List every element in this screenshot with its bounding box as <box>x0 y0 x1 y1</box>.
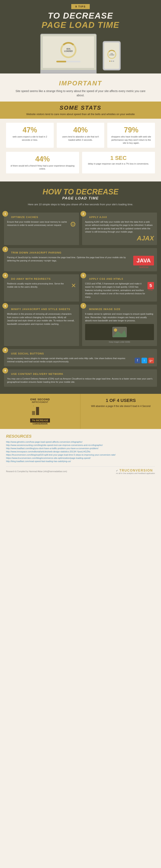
phone-progress-ring: 47% LOADED <box>107 50 116 59</box>
tips-row-6: 9 USE CONTENT DELIVERY NETWORK You may u… <box>4 369 157 387</box>
important-section: IMPORTANT Site speed seems like a strang… <box>0 73 161 101</box>
bottom-stat-1: ONE SECOND IMPROVEMENT ↑ 7% INCREASE CON… <box>0 394 81 429</box>
decrease-title: HOW TO DECREASE <box>8 188 153 196</box>
tip-card-6: 6 MINIFY JAVASCRIPT AND STYLE SHEETS Min… <box>4 305 79 346</box>
decrease-desc: Here are 10 simple steps to help you sha… <box>8 203 153 207</box>
tip-card-5: 5 APPLY CSS AND HTML5 CSS3 and HTML 5 fr… <box>82 274 157 302</box>
tip-text-1: Ensure that your mobile browser uses loc… <box>7 220 68 227</box>
resource-link[interactable]: http://blog.loadfast.com/read-speed-fast… <box>6 460 155 462</box>
footer-credit-text: Research & Compiled by Hammad Akbar (inf… <box>6 470 67 472</box>
tip-number-3: 3 <box>2 246 8 252</box>
tips-row-2: 3 TRIM DOWN JAVASCRIPT PARSING Parsing o… <box>4 248 157 271</box>
resources-links: http://www.gtmetrix.com/how-page-load-sp… <box>6 441 155 462</box>
social-icons-group: f t g+ <box>135 358 154 363</box>
tip-title-2: APPLY AJAX <box>85 216 154 219</box>
phone-device: 47% LOADED <box>103 41 121 70</box>
facebook-icon: f <box>135 358 140 363</box>
svg-point-1 <box>114 329 117 332</box>
tip-number-2: 2 <box>81 211 86 217</box>
svg-text:↑: ↑ <box>33 405 34 407</box>
tip-title-4: DO AWAY WITH REDIRECTS <box>7 277 76 280</box>
stat-desc-4: of them would tell a friend if they had … <box>9 164 76 170</box>
tip-text-6: Minification is the process of removing … <box>7 312 76 326</box>
phone-screen: 47% LOADED <box>104 42 119 69</box>
tip-title-8: USE SOCIAL BUTTONS <box>7 352 154 355</box>
stat-desc-1: web users expect a site to load in 2 sec… <box>9 135 51 142</box>
stat-card-3: 79% shoppers who have trouble with web s… <box>107 123 155 148</box>
googleplus-icon: g+ <box>148 358 154 363</box>
important-text: Site speed seems like a strange thing to… <box>12 89 149 97</box>
stat-card-4: 44% of them would tell a friend if they … <box>6 152 79 174</box>
stat-card-1: 47% web users expect a site to load in 2… <box>6 123 54 148</box>
conversion-badge: 7% INCREASE <box>30 418 50 423</box>
bottom-stat-1-sub: IMPROVEMENT <box>4 401 76 403</box>
phone-dot-2 <box>111 61 112 62</box>
phone-dots <box>109 61 114 62</box>
tip-number-7: 7 <box>81 303 86 309</box>
stat-desc-2: users tend to abandon a site that isn't … <box>60 135 102 142</box>
redirect-icon: ✕ <box>71 282 76 289</box>
ajax-logo: AJAX <box>85 235 154 242</box>
tip-card-4: 4 DO AWAY WITH REDIRECTS Redirects usual… <box>4 274 79 302</box>
decrease-section: HOW TO DECREASE PAGE LOAD TIME Here are … <box>0 182 161 211</box>
tip-text-5: CSS3 and HTML 5 framework are lightweigh… <box>85 282 146 299</box>
tip-card-2: 2 APPLY AJAX Applying AJAX will help you… <box>82 213 157 245</box>
resource-link[interactable]: https://www.truconversion.com/blog/ecomm… <box>6 457 155 459</box>
stat-number-4: 44% <box>9 155 76 163</box>
tip-title-9: USE CONTENT DELIVERY NETWORK <box>7 372 154 375</box>
tip-text-4: Redirects usually require extra processi… <box>7 282 70 289</box>
tip-text-9: You may use a Content Delivery Network (… <box>7 377 154 384</box>
important-title: IMPORTANT <box>12 80 149 87</box>
phone-dot-1 <box>109 61 111 62</box>
resources-footer: Research & Compiled by Hammad Akbar (inf… <box>6 466 155 474</box>
stat-number-5: 1 SEC <box>85 155 152 161</box>
ajax-logo-text: AJAX <box>137 235 154 242</box>
tip-card-3: 3 TRIM DOWN JAVASCRIPT PARSING Parsing o… <box>4 248 157 271</box>
decrease-subtitle: PAGE LOAD TIME <box>8 196 153 200</box>
bottom-stat-2-number: 1 OF 4 USERS <box>84 398 157 403</box>
header-section: 9 TIPS TO DECREASE PAGE LOAD TIME 41% LO… <box>0 0 161 73</box>
stats-section: SOME STATS Website visitors tend to care… <box>0 101 161 119</box>
truconversion-logo: ✓ TRUCONVERSION <box>116 469 155 472</box>
resource-link[interactable]: http://www.loadfast.com/blog/you-dont-ha… <box>6 447 155 450</box>
conversion-chart-icon: ↑ <box>32 405 48 415</box>
tip-title-6: MINIFY JAVASCRIPT AND STYLE SHEETS <box>7 308 76 311</box>
tip-card-7: 7 MINIMIZE IMAGE SIZE It makes sense to … <box>82 305 157 346</box>
bottom-stats: ONE SECOND IMPROVEMENT ↑ 7% INCREASE CON… <box>0 394 161 429</box>
tip-number-8: 8 <box>2 347 8 353</box>
html5-icon: 5 HTML <box>148 282 154 291</box>
tip-title-1: OPTIMIZE CACHES <box>7 216 76 219</box>
stat-number-2: 40% <box>60 126 102 134</box>
resources-title: RESOURCES <box>6 434 155 439</box>
devices-container: 41% LOADED 47% LOADED <box>8 34 153 73</box>
truconversion-sub: An all in One analytics and Feedback app… <box>116 472 155 474</box>
laptop-base <box>41 70 96 73</box>
twitter-icon: t <box>142 358 147 363</box>
tips-section: 1 OPTIMIZE CACHES Ensure that your mobil… <box>0 211 161 394</box>
laptop-progress-bar <box>56 59 81 62</box>
stat-desc-3: shoppers who have trouble with web site … <box>110 135 152 145</box>
resource-link[interactable]: http://www.innospace.com/editorial/artic… <box>6 451 155 453</box>
resource-link[interactable]: http://www.sessioncounting.com/blog/site… <box>6 444 155 446</box>
conversion-label: CONVERSION <box>4 423 76 425</box>
stat-number-3: 79% <box>110 126 152 134</box>
stats-grid: 47% web users expect a site to load in 2… <box>0 119 161 152</box>
tip-title-3: TRIM DOWN JAVASCRIPT PARSING <box>7 251 154 254</box>
tip-card-1: 1 OPTIMIZE CACHES Ensure that your mobil… <box>4 213 79 245</box>
social-buttons-area: f t g+ <box>135 357 154 363</box>
stat-desc-5: delay in page response can result in a 7… <box>85 162 152 165</box>
tip-number-4: 4 <box>2 273 8 278</box>
tip-text-3: Parsing of JavaScript by mobile browsers… <box>7 256 129 262</box>
tip-card-8: 8 USE SOCIAL BUTTONS Using necessary hea… <box>4 349 157 366</box>
resource-link[interactable]: http://www.gtmetrix.com/how-page-load-sp… <box>6 441 155 443</box>
tip-number-5: 5 <box>81 273 86 278</box>
laptop-progress-text: 41% LOADED <box>62 48 75 52</box>
stat-card-2: 40% users tend to abandon a site that is… <box>57 123 105 148</box>
tips-row-1: 1 OPTIMIZE CACHES Ensure that your mobil… <box>4 213 157 245</box>
tip-text-2: Applying AJAX will help your mobile site… <box>85 220 154 234</box>
phone-dot-3 <box>113 61 114 62</box>
resource-link[interactable]: https://truconversion.com/blog/sop019-sp… <box>6 454 155 456</box>
phone-progress-text: 47% LOADED <box>108 53 115 56</box>
resources-section: RESOURCES http://www.gtmetrix.com/how-pa… <box>0 429 161 479</box>
stat-card-5: 1 SEC delay in page response can result … <box>82 152 155 174</box>
